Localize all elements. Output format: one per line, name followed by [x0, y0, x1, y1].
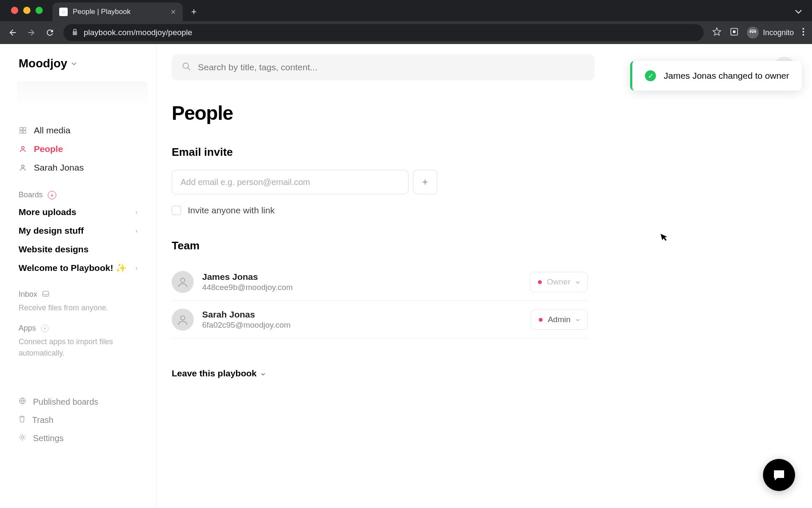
add-app-button[interactable]: + [41, 325, 49, 332]
apps-section-header[interactable]: Apps + [0, 314, 156, 334]
apps-subtitle: Connect apps to import files automatical… [0, 334, 156, 359]
sidebar-item-label: People [34, 144, 63, 154]
reload-button[interactable] [45, 28, 55, 37]
leave-playbook-button[interactable]: Leave this playbook [172, 368, 588, 378]
sidebar-item-label: All media [34, 125, 70, 135]
svg-rect-7 [20, 131, 22, 133]
add-board-button[interactable]: + [48, 191, 56, 199]
invite-link-checkbox-row[interactable]: Invite anyone with link [172, 205, 588, 215]
workspace-name: Moodjoy [19, 57, 67, 70]
sidebar-item-sarah[interactable]: Sarah Jonas [0, 158, 156, 177]
svg-rect-11 [43, 291, 49, 296]
svg-point-16 [181, 316, 185, 320]
email-invite-input[interactable] [172, 170, 409, 194]
chat-bubble-button[interactable] [763, 459, 795, 491]
svg-point-2 [803, 28, 804, 30]
forward-button[interactable] [26, 28, 36, 37]
chevron-down-icon [576, 279, 580, 285]
status-dot-icon [539, 318, 543, 322]
chevron-right-icon: › [135, 265, 137, 271]
trash-icon [19, 415, 25, 425]
person-icon [19, 164, 27, 171]
sidebar-item-label: Sarah Jonas [34, 163, 84, 173]
browser-chrome: ▣ People | Playbook ✕ + playbook.com/moo… [0, 0, 812, 44]
avatar [172, 309, 194, 331]
add-email-button[interactable]: + [413, 170, 437, 194]
board-item-website-designs[interactable]: Website designs [0, 240, 156, 259]
svg-point-4 [803, 34, 804, 36]
role-selector[interactable]: Owner [530, 272, 588, 292]
favicon-icon: ▣ [59, 8, 68, 16]
menu-icon[interactable] [802, 28, 804, 38]
bookmark-icon[interactable] [712, 27, 721, 38]
chevron-right-icon: › [135, 227, 137, 234]
chevron-down-icon [71, 60, 77, 67]
status-dot-icon [538, 280, 542, 284]
tabs-dropdown-icon[interactable] [795, 8, 802, 16]
member-name: James Jonas [202, 272, 521, 282]
board-item-welcome[interactable]: Welcome to Playbook! ✨ › [0, 259, 156, 277]
browser-tab[interactable]: ▣ People | Playbook ✕ [52, 3, 183, 21]
board-label: Welcome to Playbook! ✨ [19, 263, 127, 273]
board-label: More uploads [19, 207, 77, 217]
lock-icon [72, 29, 78, 37]
extension-icon[interactable] [730, 28, 738, 38]
tab-title: People | Playbook [73, 8, 131, 16]
board-item-more-uploads[interactable]: More uploads › [0, 203, 156, 221]
member-name: Sarah Jonas [202, 309, 522, 320]
incognito-label: Incognito [763, 28, 794, 37]
incognito-badge[interactable]: Incognito [747, 27, 794, 39]
new-tab-button[interactable]: + [191, 6, 197, 17]
svg-point-10 [22, 165, 24, 168]
team-title: Team [172, 239, 588, 252]
toast-message: James Jonas changed to owner [664, 71, 789, 81]
page-title: People [172, 102, 588, 124]
url-bar[interactable]: playbook.com/moodjoy/people [63, 24, 704, 41]
role-label: Owner [547, 277, 571, 287]
svg-rect-1 [733, 30, 735, 33]
inbox-subtitle: Receive files from anyone. [0, 301, 156, 314]
sidebar-item-people[interactable]: People [0, 140, 156, 158]
svg-rect-5 [20, 127, 22, 130]
team-member-row: James Jonas 448cee9b@moodjoy.com Owner [172, 263, 588, 301]
window-minimize-button[interactable] [23, 7, 30, 14]
inbox-label: Inbox [19, 290, 37, 299]
email-invite-title: Email invite [172, 146, 588, 159]
close-tab-icon[interactable]: ✕ [170, 8, 176, 16]
sidebar-item-trash[interactable]: Trash [0, 411, 156, 429]
inbox-section-header[interactable]: Inbox [0, 277, 156, 301]
toast-notification: ✓ James Jonas changed to owner [630, 61, 802, 91]
main-content: ✓ James Jonas changed to owner People Em… [156, 44, 812, 508]
role-selector[interactable]: Admin [531, 309, 588, 330]
chevron-down-icon [261, 370, 265, 377]
svg-point-13 [21, 436, 24, 439]
boards-label: Boards [19, 190, 43, 199]
role-label: Admin [548, 315, 571, 324]
invite-link-label: Invite anyone with link [188, 205, 274, 215]
window-close-button[interactable] [11, 7, 18, 14]
sidebar-item-settings[interactable]: Settings [0, 429, 156, 447]
window-maximize-button[interactable] [36, 7, 43, 14]
inbox-icon [42, 290, 49, 299]
svg-point-15 [181, 278, 185, 282]
incognito-icon [747, 27, 759, 39]
sidebar-item-published[interactable]: Published boards [0, 393, 156, 411]
sidebar-item-label: Published boards [33, 397, 99, 407]
board-item-design-stuff[interactable]: My design stuff › [0, 221, 156, 240]
search-input[interactable] [198, 62, 584, 72]
board-label: My design stuff [19, 226, 84, 236]
globe-icon [19, 397, 26, 407]
gear-icon [19, 433, 26, 443]
back-button[interactable] [8, 28, 18, 37]
sidebar-item-all-media[interactable]: All media [0, 121, 156, 140]
url-text: playbook.com/moodjoy/people [84, 28, 192, 37]
search-box[interactable] [172, 54, 595, 80]
checkbox[interactable] [172, 206, 181, 215]
workspace-switcher[interactable]: Moodjoy [0, 57, 156, 81]
svg-point-9 [22, 146, 24, 149]
member-email: 448cee9b@moodjoy.com [202, 283, 521, 292]
sidebar-item-label: Trash [32, 415, 53, 425]
member-email: 6fa02c95@moodjoy.com [202, 320, 522, 330]
check-icon: ✓ [645, 70, 656, 81]
svg-rect-8 [23, 131, 26, 133]
